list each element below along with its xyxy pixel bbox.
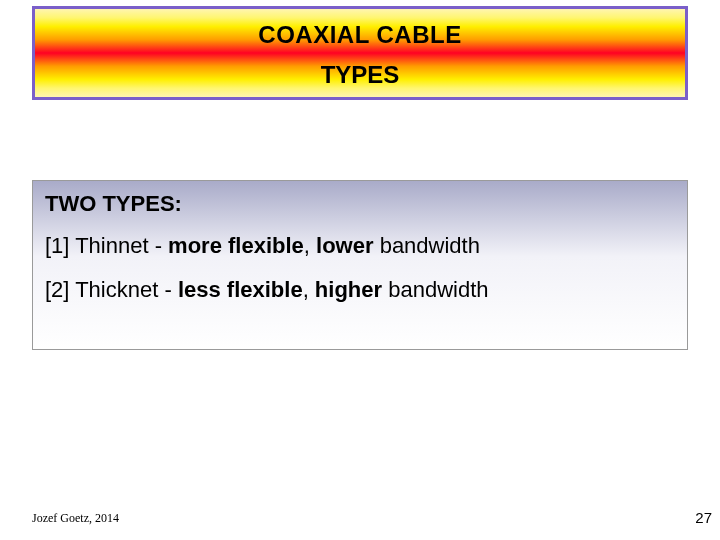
list-item: [2] Thicknet - less flexible, higher ban…	[45, 277, 675, 303]
item1-tail: bandwidth	[374, 233, 480, 258]
item2-prefix: [2] Thicknet -	[45, 277, 178, 302]
content-box: TWO TYPES: [1] Thinnet - more flexible, …	[32, 180, 688, 350]
item1-bold-b: lower	[316, 233, 373, 258]
item1-prefix: [1] Thinnet -	[45, 233, 168, 258]
item2-tail: bandwidth	[382, 277, 488, 302]
item1-mid: ,	[304, 233, 316, 258]
list-item: [1] Thinnet - more flexible, lower bandw…	[45, 233, 675, 259]
title-line-1: COAXIAL CABLE	[258, 21, 461, 49]
item2-bold-a: less flexible	[178, 277, 303, 302]
item2-mid: ,	[303, 277, 315, 302]
footer-author: Jozef Goetz, 2014	[32, 511, 119, 526]
title-line-2: TYPES	[321, 61, 400, 89]
item2-bold-b: higher	[315, 277, 382, 302]
item1-bold-a: more flexible	[168, 233, 304, 258]
content-heading: TWO TYPES:	[45, 191, 675, 217]
footer-page-number: 27	[695, 509, 712, 526]
slide-title-box: COAXIAL CABLE TYPES	[32, 6, 688, 100]
